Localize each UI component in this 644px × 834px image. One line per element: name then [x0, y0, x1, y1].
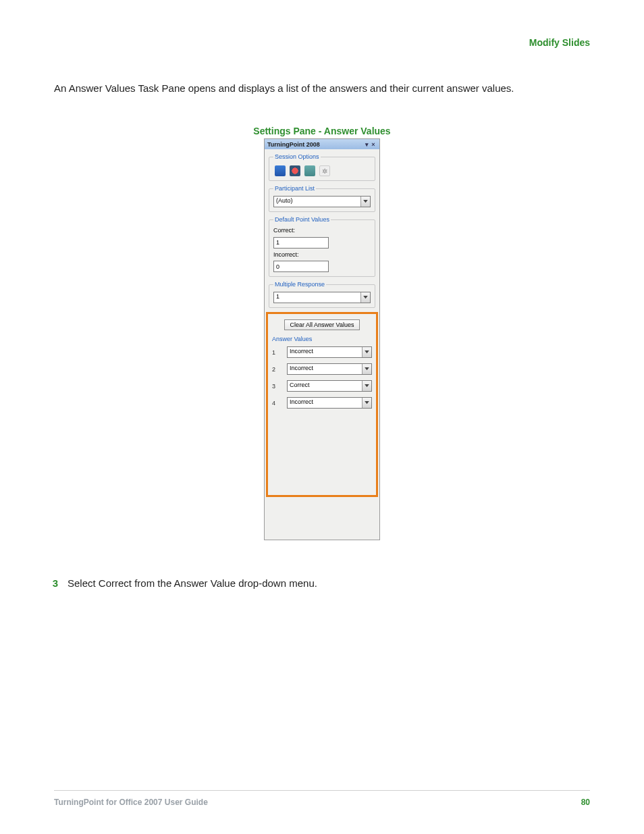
answer-number: 1: [272, 349, 280, 356]
footer-guide-title: TurningPoint for Office 2007 User Guide: [54, 798, 208, 807]
answer-value: Incorrect: [288, 364, 362, 374]
document-page: Modify Slides An Answer Values Task Pane…: [0, 0, 644, 834]
section-header: Modify Slides: [529, 37, 590, 48]
answer-number: 3: [272, 383, 280, 390]
pane-title: TurningPoint 2008: [267, 141, 320, 148]
multiple-response-group: Multiple Response 1: [269, 281, 375, 308]
footer-page-number: 80: [581, 798, 590, 807]
answer-value-combo[interactable]: Incorrect: [287, 363, 372, 375]
multiple-response-legend: Multiple Response: [273, 281, 326, 288]
chevron-down-icon[interactable]: [362, 364, 371, 374]
chevron-down-icon[interactable]: [362, 381, 371, 391]
default-point-values-group: Default Point Values Correct: Incorrect:: [269, 216, 375, 277]
answer-value: Correct: [288, 381, 362, 391]
participant-list-legend: Participant List: [273, 185, 316, 192]
gear-icon[interactable]: ✲: [319, 165, 330, 176]
step-text: Select Correct from the Answer Value dro…: [68, 577, 317, 589]
default-point-values-legend: Default Point Values: [273, 216, 331, 223]
page-footer: TurningPoint for Office 2007 User Guide …: [54, 790, 590, 807]
answer-number: 2: [272, 366, 280, 373]
participant-list-combo[interactable]: (Auto): [273, 196, 371, 207]
toolbar-icon-row: ✲: [273, 164, 371, 176]
correct-input[interactable]: [273, 237, 329, 249]
answer-value-combo[interactable]: Incorrect: [287, 346, 372, 358]
intro-paragraph: An Answer Values Task Pane opens and dis…: [54, 81, 590, 95]
answer-value-row: 4 Incorrect: [272, 397, 372, 409]
participant-list-value: (Auto): [274, 197, 360, 207]
answer-value: Incorrect: [288, 347, 362, 357]
answer-value-row: 2 Incorrect: [272, 363, 372, 375]
answer-values-highlight: Clear All Answer Values Answer Values 1 …: [266, 312, 378, 497]
multiple-response-combo[interactable]: 1: [273, 292, 371, 303]
pane-body: Session Options ✲ Participant List (Auto…: [265, 149, 379, 312]
figure-caption: Settings Pane - Answer Values: [54, 126, 590, 136]
incorrect-label: Incorrect:: [273, 251, 371, 258]
chevron-down-icon[interactable]: [360, 197, 370, 207]
step-number: 3: [47, 577, 68, 589]
chevron-down-icon[interactable]: [360, 292, 370, 303]
answer-value-combo[interactable]: Correct: [287, 380, 372, 392]
answer-value-row: 3 Correct: [272, 380, 372, 392]
chevron-down-icon[interactable]: [362, 398, 371, 408]
step-row: 3 Select Correct from the Answer Value d…: [54, 577, 590, 589]
pane-titlebar: TurningPoint 2008 ▾ ×: [265, 139, 379, 149]
answer-value-row: 1 Incorrect: [272, 346, 372, 358]
answer-values-legend: Answer Values: [272, 334, 372, 346]
grid-icon[interactable]: [304, 165, 315, 176]
close-icon[interactable]: ×: [370, 141, 377, 148]
clear-all-answer-values-button[interactable]: Clear All Answer Values: [284, 319, 360, 330]
session-options-group: Session Options ✲: [269, 153, 375, 181]
answer-value-combo[interactable]: Incorrect: [287, 397, 372, 409]
titlebar-menu-icon[interactable]: ▾: [363, 141, 370, 148]
answer-value: Incorrect: [288, 398, 362, 408]
participant-list-group: Participant List (Auto): [269, 185, 375, 212]
answer-number: 4: [272, 400, 280, 407]
chart-icon[interactable]: [275, 165, 286, 176]
session-options-legend: Session Options: [273, 153, 321, 160]
multiple-response-value: 1: [274, 292, 360, 303]
incorrect-input[interactable]: [273, 261, 329, 272]
settings-pane: TurningPoint 2008 ▾ × Session Options ✲ …: [264, 138, 380, 540]
chevron-down-icon[interactable]: [362, 347, 371, 357]
correct-label: Correct:: [273, 227, 371, 234]
pie-icon[interactable]: [290, 165, 300, 176]
